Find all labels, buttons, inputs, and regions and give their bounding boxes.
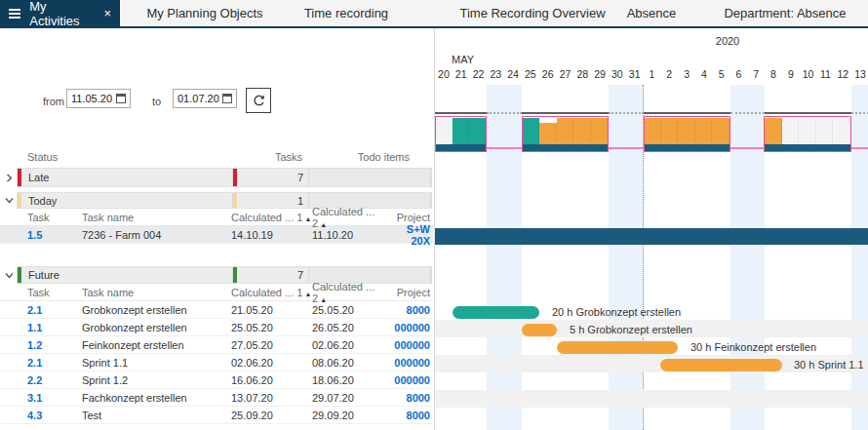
utilization-day-cell[interactable] xyxy=(436,118,453,144)
project-column-header: Project xyxy=(388,287,433,298)
sort-ascending-icon[interactable]: ▲ xyxy=(320,221,327,228)
table-row[interactable]: 2.2 Sprint 1.2 16.06.20 18.06.20 000000 xyxy=(0,371,433,389)
utilization-section xyxy=(435,116,487,152)
project-link[interactable]: 000000 xyxy=(388,374,433,386)
to-date-input[interactable]: 01.07.20 xyxy=(173,89,237,108)
task-name: Test xyxy=(82,410,231,421)
utilization-day-cell[interactable] xyxy=(469,118,486,144)
baseline-strip xyxy=(436,144,486,151)
table-row[interactable]: 1.5 7236 - Farm 004 14.10.19 11.10.20 S+… xyxy=(0,226,433,244)
table-row[interactable]: 2.1 Grobkonzept erstellen 21.05.20 25.05… xyxy=(0,301,433,319)
day-label: 26 xyxy=(539,68,557,80)
gantt-bar-feinkonzept-30h[interactable] xyxy=(557,341,679,354)
sort-ascending-icon[interactable]: ▲ xyxy=(320,296,327,303)
chevron-down-icon[interactable] xyxy=(0,196,17,205)
capacity-line-dotted xyxy=(851,112,868,114)
tab-absence[interactable]: Absence xyxy=(627,0,677,26)
utilization-day-cell[interactable] xyxy=(712,118,729,144)
tab-time-recording[interactable]: Time recording xyxy=(304,0,388,26)
top-tab-bar: My Activities × My Planning Objects Time… xyxy=(0,0,868,28)
group-label: Late xyxy=(21,169,232,186)
status-indicator-future xyxy=(233,267,237,283)
refresh-icon xyxy=(252,94,266,108)
tab-my-planning-objects[interactable]: My Planning Objects xyxy=(146,0,262,26)
task-id-link[interactable]: 2.2 xyxy=(27,374,82,386)
utilization-day-cell[interactable] xyxy=(678,118,694,144)
calculated2-column-header[interactable]: Calculated ... 2▲ xyxy=(312,281,388,304)
calculated-date-2: 11.10.20 xyxy=(312,229,388,241)
from-date-input[interactable]: 11.05.20 xyxy=(66,89,131,108)
utilization-day-cell[interactable] xyxy=(591,118,608,144)
threshold-connector-line xyxy=(609,147,644,149)
table-row[interactable]: 2.1 Sprint 1.1 02.06.20 08.06.20 000000 xyxy=(0,354,433,371)
calculated1-column-header[interactable]: Calculated ... 1▲ xyxy=(231,212,312,223)
table-row[interactable]: 1.2 Feinkonzept erstellen 27.05.20 02.06… xyxy=(0,336,433,354)
group-task-count: 7 xyxy=(232,169,308,186)
day-label: 10 xyxy=(800,68,817,80)
task-id-link[interactable]: 4.3 xyxy=(27,410,82,421)
utilization-day-cell[interactable] xyxy=(833,118,850,144)
calculated-date-1: 25.09.20 xyxy=(231,410,312,421)
utilization-day-cell[interactable] xyxy=(573,118,590,144)
task-id-link[interactable]: 1.5 xyxy=(27,229,82,241)
to-date-value[interactable]: 01.07.20 xyxy=(178,93,222,104)
calendar-icon[interactable] xyxy=(222,94,232,103)
task-id-link[interactable]: 2.1 xyxy=(27,357,82,369)
utilization-day-cell[interactable] xyxy=(765,118,782,144)
group-row-late[interactable]: Late 7 xyxy=(0,168,433,187)
capacity-line xyxy=(522,112,609,114)
table-row[interactable]: 3.1 Fachkonzept erstellen 13.07.20 29.07… xyxy=(0,389,433,407)
task-id-link[interactable]: 2.1 xyxy=(27,304,82,316)
utilization-day-cell[interactable] xyxy=(523,118,539,144)
day-label: 21 xyxy=(453,68,470,80)
utilization-day-cell[interactable] xyxy=(539,123,556,144)
calculated2-column-header[interactable]: Calculated ... 2▲ xyxy=(312,206,388,229)
project-link[interactable]: 8000 xyxy=(388,304,433,316)
table-row[interactable]: 1.1 Grobkonzept erstellen 25.05.20 26.05… xyxy=(0,319,433,336)
utilization-day-cell[interactable] xyxy=(661,118,678,144)
chevron-right-icon[interactable] xyxy=(0,174,17,182)
day-label: 25 xyxy=(522,68,539,80)
utilization-day-cell[interactable] xyxy=(799,118,816,144)
project-link[interactable]: 000000 xyxy=(388,339,433,351)
gantt-bar-grobkonzept-20h[interactable] xyxy=(453,306,539,319)
gantt-bar-label: 30 h Feinkonzept erstellen xyxy=(690,341,816,354)
task-id-link[interactable]: 1.2 xyxy=(27,339,82,351)
tab-department-absence[interactable]: Department: Absence xyxy=(724,0,846,26)
calculated1-column-header[interactable]: Calculated ... 1▲ xyxy=(231,287,312,298)
project-link[interactable]: 8000 xyxy=(388,410,433,421)
project-link[interactable]: 000000 xyxy=(388,322,433,333)
tab-my-activities[interactable]: My Activities × xyxy=(0,0,120,26)
utilization-day-cell[interactable] xyxy=(453,118,469,144)
utilization-day-cell[interactable] xyxy=(695,118,712,144)
utilization-day-cell[interactable] xyxy=(557,118,573,144)
gantt-bar-grobkonzept-5h[interactable] xyxy=(522,324,557,336)
group-task-count: 1 xyxy=(232,193,308,208)
chevron-down-icon[interactable] xyxy=(0,271,17,280)
project-link[interactable]: S+W 20X xyxy=(388,223,433,247)
gantt-bar-farm-004[interactable] xyxy=(435,228,868,245)
table-row[interactable]: 4.3 Test 25.09.20 29.09.20 8000 xyxy=(0,407,433,424)
calculated-date-1: 16.06.20 xyxy=(231,374,312,386)
utilization-day-cell[interactable] xyxy=(782,118,800,144)
subtable-header-row: Task Task name Calculated ... 1▲ Calcula… xyxy=(0,209,433,226)
calendar-icon[interactable] xyxy=(116,94,126,103)
refresh-button[interactable] xyxy=(246,88,271,113)
tab-time-recording-overview[interactable]: Time Recording Overview xyxy=(459,0,605,26)
task-id-link[interactable]: 3.1 xyxy=(27,392,82,404)
close-icon[interactable]: × xyxy=(103,6,111,20)
from-date-value[interactable]: 11.05.20 xyxy=(71,93,116,104)
day-label: 9 xyxy=(782,68,800,80)
task-name: Feinkonzept erstellen xyxy=(82,339,231,351)
project-link[interactable]: 000000 xyxy=(388,357,433,369)
capacity-line xyxy=(644,112,730,114)
sort-ascending-icon[interactable]: ▲ xyxy=(304,215,311,222)
menu-icon[interactable] xyxy=(9,7,20,20)
sort-ascending-icon[interactable]: ▲ xyxy=(304,291,311,297)
utilization-day-cell[interactable] xyxy=(645,118,661,144)
utilization-day-cell[interactable] xyxy=(816,118,834,144)
task-id-link[interactable]: 1.1 xyxy=(27,322,82,333)
project-link[interactable]: 8000 xyxy=(388,392,433,404)
gantt-bar-sprint11-30h[interactable] xyxy=(660,359,782,371)
gantt-bar-label: 30 h Sprint 1.1 xyxy=(794,359,864,371)
